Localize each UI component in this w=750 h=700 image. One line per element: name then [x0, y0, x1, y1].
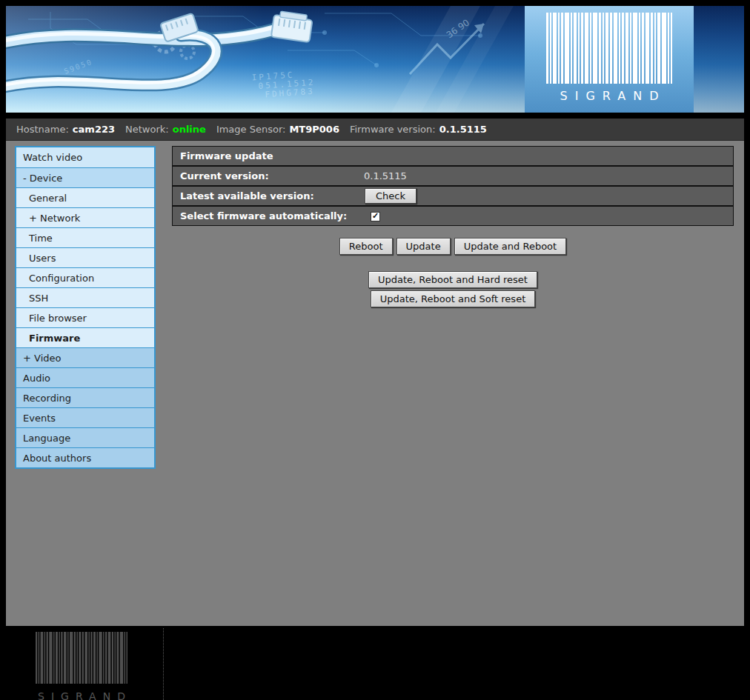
status-bar: Hostname:cam223 Network:online Image Sen…: [6, 119, 744, 141]
sensor-value: MT9P006: [289, 124, 339, 135]
sidebar-item-about-authors[interactable]: About authors: [16, 447, 154, 467]
content-area: Watch video - Device General + Network T…: [6, 141, 744, 626]
network-label: Network:: [125, 124, 169, 135]
firmware-version-value: 0.1.5115: [439, 124, 487, 135]
sidebar-item-configuration[interactable]: Configuration: [16, 267, 154, 287]
reboot-button[interactable]: Reboot: [339, 238, 393, 255]
banner: 36 90: [6, 6, 744, 113]
brand-name: SIGRAND: [553, 89, 666, 103]
footer-brand-logo: SIGRAND: [30, 632, 133, 700]
sidebar-item-watch-video[interactable]: Watch video: [16, 147, 154, 167]
sidebar: Watch video - Device General + Network T…: [15, 146, 156, 469]
latest-version-row: Latest available version: Check: [173, 185, 733, 205]
footer-dotted-divider: [163, 628, 164, 700]
sidebar-item-device[interactable]: - Device: [16, 167, 154, 187]
current-version-row: Current version: 0.1.5115: [173, 165, 733, 185]
auto-firmware-checkbox[interactable]: [371, 212, 380, 221]
brand-panel: SIGRAND: [525, 6, 694, 113]
hostname-pair: Hostname:cam223: [16, 124, 115, 135]
sidebar-item-users[interactable]: Users: [16, 247, 154, 267]
main-panel: Firmware update Current version: 0.1.511…: [172, 146, 734, 307]
auto-select-label: Select firmware automatically:: [173, 210, 364, 221]
sidebar-item-audio[interactable]: Audio: [16, 367, 154, 387]
network-status-badge: online: [173, 124, 206, 135]
update-reboot-soft-reset-button[interactable]: Update, Reboot and Soft reset: [371, 290, 535, 307]
update-button[interactable]: Update: [396, 238, 451, 255]
sigrand-barcode-logo: [546, 13, 672, 84]
sidebar-item-language[interactable]: Language: [16, 427, 154, 447]
sidebar-item-firmware[interactable]: Firmware: [16, 327, 154, 347]
sensor-label: Image Sensor:: [216, 124, 286, 135]
sidebar-item-events[interactable]: Events: [16, 407, 154, 427]
auto-select-value: [364, 210, 733, 221]
current-version-value: 0.1.5115: [364, 170, 733, 181]
firmware-update-table: Firmware update Current version: 0.1.511…: [172, 146, 734, 226]
auto-select-row: Select firmware automatically:: [173, 205, 733, 225]
sensor-pair: Image Sensor:MT9P006: [216, 124, 339, 135]
reset-button-stack: Update, Reboot and Hard reset Update, Re…: [172, 271, 734, 307]
sidebar-item-ssh[interactable]: SSH: [16, 287, 154, 307]
sidebar-item-video[interactable]: + Video: [16, 347, 154, 367]
action-button-row: Reboot Update Update and Reboot: [172, 238, 734, 255]
check-button[interactable]: Check: [365, 188, 417, 204]
hostname-value: cam223: [73, 124, 115, 135]
firmware-pair: Firmware version:0.1.5115: [350, 124, 487, 135]
sidebar-item-file-browser[interactable]: File browser: [16, 307, 154, 327]
update-and-reboot-button[interactable]: Update and Reboot: [454, 238, 567, 255]
update-reboot-hard-reset-button[interactable]: Update, Reboot and Hard reset: [368, 271, 537, 288]
latest-version-label: Latest available version:: [173, 190, 364, 201]
sidebar-item-time[interactable]: Time: [16, 227, 154, 247]
current-version-label: Current version:: [173, 170, 364, 181]
firmware-version-label: Firmware version:: [350, 124, 436, 135]
footer-barcode-icon: [30, 632, 133, 684]
hostname-label: Hostname:: [16, 124, 69, 135]
footer-brand-name: SIGRAND: [30, 690, 133, 700]
latest-version-value: Check: [364, 187, 733, 205]
page-frame: 36 90: [0, 0, 750, 626]
svg-text:S9050: S9050: [63, 58, 93, 76]
network-pair: Network:online: [125, 124, 206, 135]
sidebar-item-recording[interactable]: Recording: [16, 387, 154, 407]
footer: SIGRAND: [0, 626, 750, 700]
sidebar-item-general[interactable]: General: [16, 187, 154, 207]
panel-title: Firmware update: [173, 147, 733, 165]
sidebar-item-network[interactable]: + Network: [16, 207, 154, 227]
